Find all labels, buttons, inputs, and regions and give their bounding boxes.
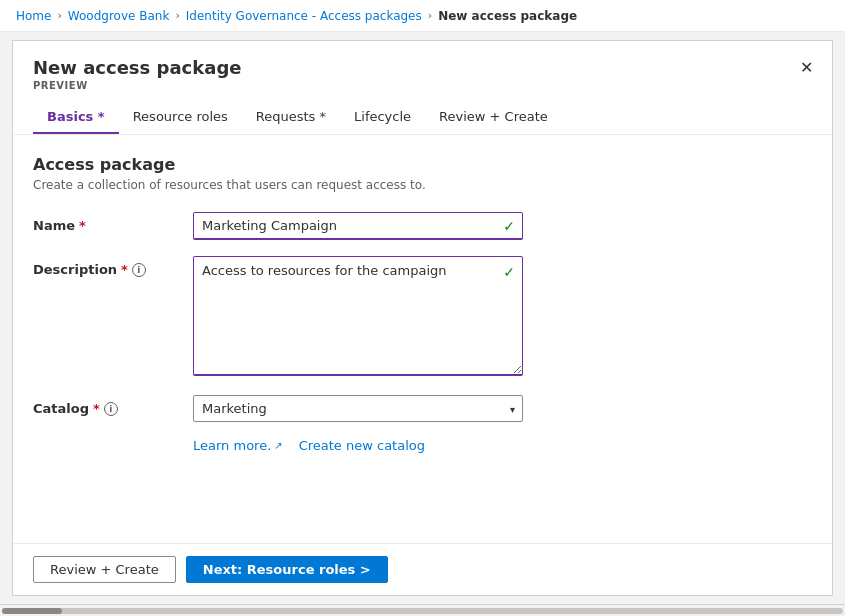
panel-footer: Review + Create Next: Resource roles > (13, 543, 832, 595)
learn-more-link[interactable]: Learn more. ↗ (193, 438, 283, 453)
catalog-required-star: * (93, 401, 100, 416)
breadcrumb-home[interactable]: Home (16, 9, 51, 23)
page-title: New access package (33, 57, 812, 78)
panel: New access package PREVIEW ✕ Basics * Re… (12, 40, 833, 596)
description-required-star: * (121, 262, 128, 277)
section-title: Access package (33, 155, 812, 174)
breadcrumb: Home › Woodgrove Bank › Identity Governa… (0, 0, 845, 32)
description-info-icon[interactable]: i (132, 263, 146, 277)
tab-requests[interactable]: Requests * (242, 101, 340, 134)
catalog-info-icon[interactable]: i (104, 402, 118, 416)
name-input-wrap: ✓ (193, 212, 523, 240)
name-input[interactable] (193, 212, 523, 240)
preview-badge: PREVIEW (33, 80, 812, 91)
breadcrumb-current: New access package (438, 9, 577, 23)
scrollbar-thumb (2, 608, 62, 614)
description-input-wrap: Access to resources for the campaign ✓ (193, 256, 523, 379)
horizontal-scrollbar[interactable] (0, 604, 845, 616)
review-create-button[interactable]: Review + Create (33, 556, 176, 583)
tab-resource-roles[interactable]: Resource roles (119, 101, 242, 134)
external-link-icon: ↗ (274, 440, 282, 451)
tab-basics[interactable]: Basics * (33, 101, 119, 134)
catalog-select-wrap: Marketing General HR ▾ (193, 395, 523, 422)
breadcrumb-bank[interactable]: Woodgrove Bank (68, 9, 170, 23)
breadcrumb-identity-governance[interactable]: Identity Governance - Access packages (186, 9, 422, 23)
tabs-nav: Basics * Resource roles Requests * Lifec… (33, 101, 812, 134)
create-catalog-link[interactable]: Create new catalog (299, 438, 425, 453)
description-textarea[interactable]: Access to resources for the campaign (193, 256, 523, 376)
description-label: Description * i (33, 256, 193, 277)
description-field-row: Description * i Access to resources for … (33, 256, 812, 379)
name-required-star: * (79, 218, 86, 233)
breadcrumb-sep-1: › (57, 9, 61, 22)
breadcrumb-sep-3: › (428, 9, 432, 22)
tab-review-create[interactable]: Review + Create (425, 101, 562, 134)
name-field-row: Name * ✓ (33, 212, 812, 240)
section-subtitle: Create a collection of resources that us… (33, 178, 812, 192)
scrollbar-track (2, 608, 843, 614)
breadcrumb-sep-2: › (175, 9, 179, 22)
catalog-select[interactable]: Marketing General HR (193, 395, 523, 422)
links-row: Learn more. ↗ Create new catalog (33, 438, 812, 453)
catalog-dropdown-wrap: Marketing General HR ▾ (193, 395, 523, 422)
panel-body: Access package Create a collection of re… (13, 135, 832, 543)
catalog-field-row: Catalog * i Marketing General HR ▾ (33, 395, 812, 422)
close-button[interactable]: ✕ (792, 53, 820, 81)
name-label: Name * (33, 212, 193, 233)
panel-header: New access package PREVIEW ✕ Basics * Re… (13, 41, 832, 135)
next-button[interactable]: Next: Resource roles > (186, 556, 388, 583)
catalog-label: Catalog * i (33, 395, 193, 416)
tab-lifecycle[interactable]: Lifecycle (340, 101, 425, 134)
